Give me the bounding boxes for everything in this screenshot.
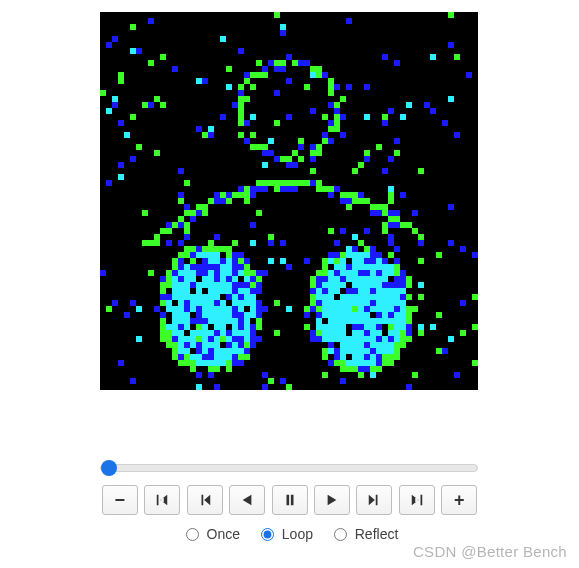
step-back-icon (198, 493, 212, 507)
last-frame-button[interactable] (399, 485, 435, 515)
play-reverse-icon (240, 493, 254, 507)
animation-frame (100, 12, 478, 390)
play-button[interactable] (314, 485, 350, 515)
play-reverse-button[interactable] (229, 485, 265, 515)
play-icon (325, 493, 339, 507)
loop-reflect-label: Reflect (355, 526, 399, 542)
loop-reflect-option[interactable]: Reflect (329, 526, 398, 542)
loop-loop-option[interactable]: Loop (256, 526, 317, 542)
loop-reflect-radio[interactable] (334, 528, 347, 541)
pause-button[interactable] (272, 485, 308, 515)
next-frame-button[interactable] (356, 485, 392, 515)
faster-button[interactable]: + (441, 485, 477, 515)
skip-back-icon (155, 493, 169, 507)
loop-once-option[interactable]: Once (181, 526, 244, 542)
minus-icon: − (114, 491, 125, 509)
frame-slider[interactable] (100, 464, 478, 472)
loop-once-label: Once (207, 526, 240, 542)
frame-slider-container (100, 458, 478, 478)
loop-once-radio[interactable] (186, 528, 199, 541)
loop-loop-label: Loop (282, 526, 313, 542)
plus-icon: + (454, 491, 465, 509)
slower-button[interactable]: − (102, 485, 138, 515)
prev-frame-button[interactable] (187, 485, 223, 515)
loop-mode-group: Once Loop Reflect (0, 525, 579, 542)
step-forward-icon (367, 493, 381, 507)
first-frame-button[interactable] (144, 485, 180, 515)
pause-icon (283, 493, 297, 507)
skip-forward-icon (410, 493, 424, 507)
loop-loop-radio[interactable] (261, 528, 274, 541)
watermark-text: CSDN @Better Bench (413, 543, 567, 560)
playback-controls: − + (0, 485, 579, 515)
